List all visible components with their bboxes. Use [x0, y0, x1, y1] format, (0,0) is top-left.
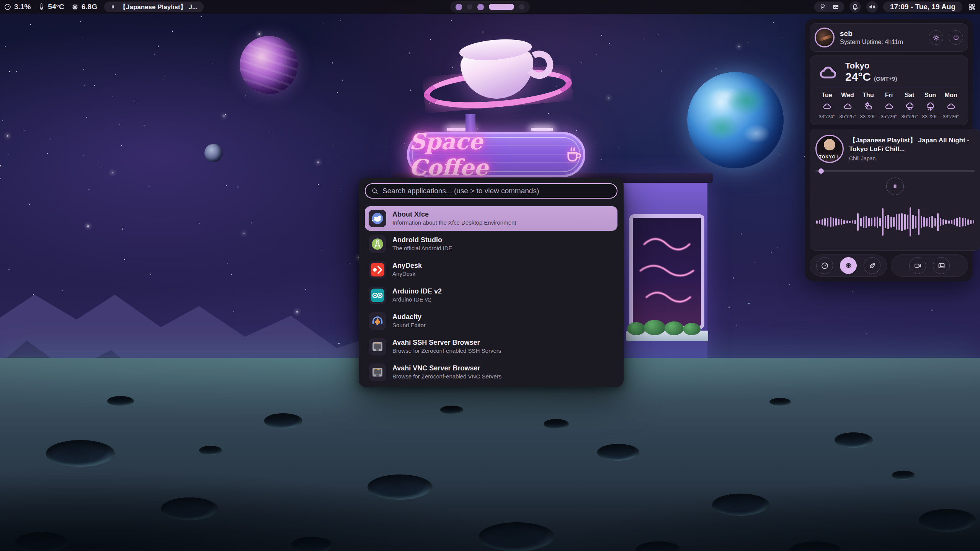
app-name: About Xfce: [392, 211, 516, 218]
forecast-day-label: Mon: [945, 92, 957, 99]
media-artist: Chill Japan.: [849, 155, 975, 161]
workspace-dot-1[interactable]: [456, 4, 462, 10]
app-name: Arduino IDE v2: [392, 288, 442, 295]
forecast-temps: 36°/26°: [902, 114, 918, 119]
chip-stat[interactable]: 6.8G: [71, 3, 97, 11]
app-description: Arduino IDE v2: [392, 297, 442, 303]
notifications-button[interactable]: [849, 1, 861, 13]
forecast-day-fri: Fri 35°/26°: [879, 92, 899, 119]
viz-bar: [841, 219, 842, 225]
viz-bar: [854, 220, 856, 224]
viz-bar: [871, 218, 872, 226]
user-avatar[interactable]: [815, 28, 835, 47]
xfce-app-icon: [369, 210, 386, 227]
apps-grid-icon[interactable]: [968, 3, 976, 11]
pause-button[interactable]: [886, 178, 904, 195]
crater: [161, 497, 218, 520]
forecast-day-label: Tue: [822, 92, 832, 99]
viz-bar: [863, 217, 864, 228]
screenshot-tray-icon[interactable]: [832, 3, 840, 11]
viz-bar: [954, 219, 955, 225]
app-item-android-studio[interactable]: Android Studio The official Android IDE: [365, 232, 617, 256]
app-item-anydesk[interactable]: AnyDesk AnyDesk: [365, 258, 617, 282]
forecast-temps: 33°/26°: [943, 114, 959, 119]
app-description: Browse for Zeroconf-enabled VNC Servers: [392, 373, 501, 380]
forecast-day-label: Sat: [905, 92, 915, 99]
camera-quick-button[interactable]: [909, 257, 926, 274]
crater: [597, 444, 639, 461]
viz-bar: [879, 218, 881, 227]
crater: [892, 471, 915, 480]
storm-weather-icon: [925, 101, 936, 111]
viz-bar: [860, 218, 862, 227]
viz-bar: [887, 215, 889, 229]
desktop: Space Coffee 3.1% 54°C: [0, 0, 980, 551]
crater: [264, 413, 302, 429]
thermometer-icon: [38, 3, 45, 11]
quick-actions-right: [891, 254, 968, 277]
viz-bar: [816, 220, 818, 224]
crater: [440, 406, 463, 414]
scales-quick-button[interactable]: [840, 257, 857, 274]
crater: [291, 537, 333, 551]
purple-planet: [240, 36, 298, 94]
wallpaper-quick-button[interactable]: [933, 257, 950, 274]
forecast-day-label: Sun: [924, 92, 936, 99]
forecast-day-wed: Wed 35°/25°: [838, 92, 858, 119]
cloud-weather-icon: [946, 101, 956, 111]
utility-tray-icon[interactable]: [819, 3, 826, 11]
forecast-day-label: Fri: [885, 92, 893, 99]
viz-bar: [866, 216, 867, 228]
workspace-switcher: [450, 1, 530, 13]
crater: [107, 396, 134, 406]
viz-bar: [973, 220, 974, 223]
app-launcher: About Xfce Information about the Xfce De…: [359, 178, 624, 387]
leaf-quick-button[interactable]: [864, 257, 880, 274]
viz-bar: [940, 218, 941, 226]
power-button[interactable]: [949, 30, 963, 45]
settings-button[interactable]: [929, 30, 943, 45]
viz-bar: [868, 218, 870, 227]
crater: [15, 532, 69, 551]
app-item-audacity[interactable]: Audacity Sound Editor: [365, 309, 617, 333]
cloud-weather-icon: [843, 101, 853, 111]
window-neon-sign: [633, 218, 701, 324]
stat-value: 6.8G: [82, 3, 97, 11]
viz-bar: [857, 213, 859, 231]
forecast-day-sun: Sun 33°/26°: [920, 92, 940, 119]
floating-space-cup: [428, 28, 566, 127]
viz-bar: [942, 219, 944, 225]
media-progress-bar[interactable]: [815, 168, 975, 174]
app-list: About Xfce Information about the Xfce De…: [365, 206, 617, 385]
viz-bar: [877, 217, 878, 228]
app-item-avahi-ssh-server-browser[interactable]: Avahi SSH Server Browser Browse for Zero…: [365, 334, 617, 359]
clock[interactable]: 17:09 - Tue, 19 Aug: [883, 2, 962, 12]
workspace-dot-3[interactable]: [477, 4, 484, 10]
plant: [665, 321, 684, 335]
volume-button[interactable]: [866, 1, 878, 13]
viz-bar: [896, 214, 897, 230]
app-item-avahi-vnc-server-browser[interactable]: Avahi VNC Server Browser Browse for Zero…: [365, 360, 617, 385]
viz-bar: [907, 215, 908, 229]
viz-bar: [965, 218, 966, 226]
search-input[interactable]: [382, 187, 611, 195]
viz-bar: [835, 218, 837, 226]
weather-temp: 24°C: [845, 70, 871, 84]
speedometer-quick-button[interactable]: [816, 257, 833, 274]
app-item-arduino-ide-v2[interactable]: Arduino IDE v2 Arduino IDE v2: [365, 283, 617, 308]
crater: [46, 440, 115, 467]
cloud-icon: [817, 61, 839, 83]
now-playing-pill[interactable]: 【Japanese Playlist】 J...: [104, 2, 204, 12]
stat-value: 3.1%: [14, 3, 31, 11]
workspace-dot-2[interactable]: [467, 4, 472, 10]
progress-knob[interactable]: [818, 168, 824, 174]
workspace-dot-4-active[interactable]: [489, 4, 514, 10]
speedometer-stat[interactable]: 3.1%: [4, 3, 31, 11]
viz-bar: [838, 219, 840, 225]
cloud-weather-icon: [822, 101, 832, 111]
app-item-about-xfce[interactable]: About Xfce Information about the Xfce De…: [365, 206, 617, 231]
crater: [835, 432, 873, 448]
workspace-dot-5[interactable]: [519, 4, 524, 10]
viz-bar: [962, 218, 964, 227]
thermometer-stat[interactable]: 54°C: [38, 3, 64, 11]
